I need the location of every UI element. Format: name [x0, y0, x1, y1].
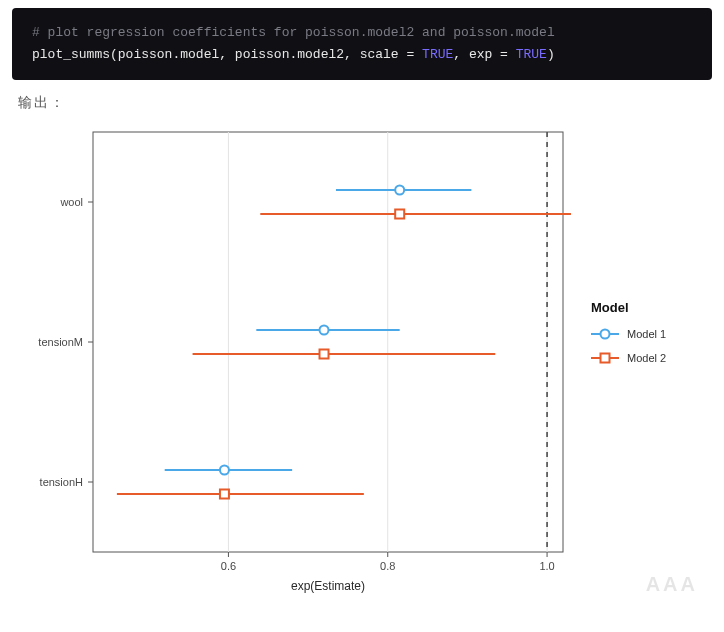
code-args1: (poisson.model, poisson.model2, scale = — [110, 47, 422, 62]
x-tick-label: 0.8 — [380, 560, 395, 572]
code-comment: # plot regression coefficients for poiss… — [32, 25, 555, 40]
chart-container: 0.60.81.0wooltensionMtensionHexp(Estimat… — [18, 120, 706, 600]
coef-point — [395, 210, 404, 219]
coef-point — [220, 490, 229, 499]
code-fn: plot_summs — [32, 47, 110, 62]
x-axis-title: exp(Estimate) — [291, 579, 365, 593]
x-tick-label: 0.6 — [221, 560, 236, 572]
code-block: # plot regression coefficients for poiss… — [12, 8, 712, 80]
legend-label: Model 2 — [627, 352, 666, 364]
code-bool1: TRUE — [422, 47, 453, 62]
coef-point — [395, 186, 404, 195]
code-args3: ) — [547, 47, 555, 62]
y-tick-label: wool — [59, 196, 83, 208]
output-label: 输出： — [18, 94, 706, 112]
coef-point — [220, 466, 229, 475]
coef-point — [320, 350, 329, 359]
x-tick-label: 1.0 — [539, 560, 554, 572]
code-bool2: TRUE — [516, 47, 547, 62]
legend-marker — [601, 354, 610, 363]
legend-title: Model — [591, 300, 629, 315]
plot-panel — [93, 132, 563, 552]
code-args2: , exp = — [453, 47, 515, 62]
y-tick-label: tensionH — [40, 476, 83, 488]
coef-plot: 0.60.81.0wooltensionMtensionHexp(Estimat… — [18, 120, 708, 600]
coef-point — [320, 326, 329, 335]
legend-label: Model 1 — [627, 328, 666, 340]
y-tick-label: tensionM — [38, 336, 83, 348]
legend-marker — [601, 330, 610, 339]
